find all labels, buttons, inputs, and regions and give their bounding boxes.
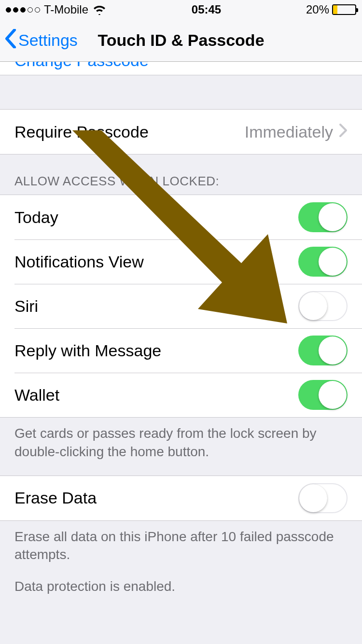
change-passcode-label: Change Passcode bbox=[14, 62, 149, 70]
siri-toggle[interactable] bbox=[298, 291, 348, 321]
battery-pct-label: 20% bbox=[306, 3, 329, 16]
require-passcode-label: Require Passcode bbox=[14, 123, 149, 141]
page-title: Touch ID & Passcode bbox=[97, 31, 264, 50]
today-row: Today bbox=[0, 195, 362, 239]
allow-access-group: Today Notifications View Siri Reply with… bbox=[0, 195, 362, 418]
wallet-toggle[interactable] bbox=[298, 380, 348, 410]
today-label: Today bbox=[14, 208, 58, 227]
require-passcode-value: Immediately bbox=[245, 123, 333, 141]
erase-footer-line2: Data protection is enabled. bbox=[14, 577, 348, 596]
wallet-label: Wallet bbox=[14, 386, 59, 405]
wallet-row: Wallet bbox=[0, 373, 362, 417]
erase-data-label: Erase Data bbox=[14, 489, 97, 507]
notifications-view-row: Notifications View bbox=[0, 239, 362, 284]
reply-with-message-row: Reply with Message bbox=[0, 328, 362, 373]
erase-data-toggle[interactable] bbox=[298, 483, 348, 513]
battery-icon bbox=[332, 4, 356, 15]
today-toggle[interactable] bbox=[298, 202, 348, 232]
require-passcode-group: Require Passcode Immediately bbox=[0, 109, 362, 154]
wifi-icon bbox=[92, 4, 107, 15]
content: Change Passcode Require Passcode Immedia… bbox=[0, 62, 362, 610]
notifications-view-label: Notifications View bbox=[14, 252, 144, 271]
signal-strength-icon bbox=[6, 7, 40, 13]
status-bar: T-Mobile 05:45 20% bbox=[0, 0, 362, 19]
wallet-footer: Get cards or passes ready from the lock … bbox=[0, 418, 362, 476]
siri-label: Siri bbox=[14, 297, 38, 316]
spacer bbox=[0, 75, 362, 109]
status-left: T-Mobile bbox=[6, 3, 107, 16]
back-button[interactable]: Settings bbox=[5, 29, 78, 52]
change-passcode-row-partial[interactable]: Change Passcode bbox=[0, 62, 362, 75]
battery-fill bbox=[333, 5, 337, 14]
erase-data-footer: Erase all data on this iPhone after 10 f… bbox=[0, 521, 362, 610]
carrier-label: T-Mobile bbox=[44, 3, 88, 16]
nav-bar: Settings Touch ID & Passcode bbox=[0, 19, 362, 62]
chevron-right-icon bbox=[339, 123, 348, 141]
require-passcode-row[interactable]: Require Passcode Immediately bbox=[0, 110, 362, 154]
erase-footer-line1: Erase all data on this iPhone after 10 f… bbox=[14, 528, 348, 564]
allow-access-header: ALLOW ACCESS WHEN LOCKED: bbox=[0, 154, 362, 195]
reply-with-message-label: Reply with Message bbox=[14, 341, 161, 360]
clock-label: 05:45 bbox=[192, 3, 221, 16]
erase-data-row: Erase Data bbox=[0, 476, 362, 520]
back-label: Settings bbox=[18, 31, 78, 50]
status-right: 20% bbox=[306, 3, 356, 16]
reply-with-message-toggle[interactable] bbox=[298, 336, 348, 365]
erase-data-group: Erase Data bbox=[0, 476, 362, 521]
notifications-view-toggle[interactable] bbox=[298, 247, 348, 277]
chevron-left-icon bbox=[5, 29, 16, 52]
siri-row: Siri bbox=[0, 284, 362, 328]
